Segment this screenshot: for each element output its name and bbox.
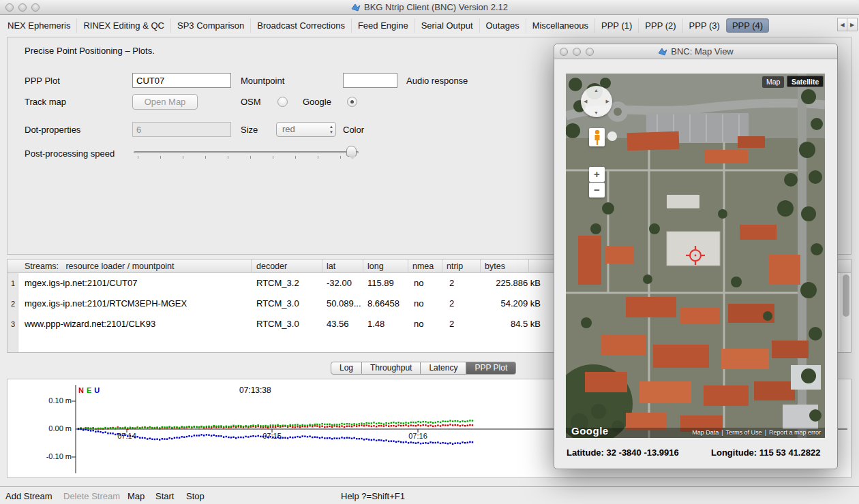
add-stream-button[interactable]: Add Stream	[5, 491, 52, 501]
col-bytes: bytes	[485, 262, 505, 271]
tab-rinex-editing-qc[interactable]: RINEX Editing & QC	[76, 18, 170, 33]
slider-track[interactable]	[134, 151, 359, 153]
map-button[interactable]: Map	[127, 491, 145, 501]
tab-serial-output[interactable]: Serial Output	[415, 18, 479, 33]
x-tick-0716: 07:16	[403, 432, 433, 440]
track-map-label: Track map	[25, 97, 66, 107]
mountpoint-input[interactable]	[343, 73, 397, 88]
slider-handle[interactable]	[346, 146, 357, 157]
cell-lat: 50.089...	[327, 294, 361, 314]
latitude-readout: Latitude: 32 -3840 -13.9916	[567, 447, 679, 458]
zoom-in-button[interactable]: +	[589, 167, 605, 182]
main-titlebar: BKG Ntrip Client (BNC) Version 2.12	[0, 0, 859, 15]
report-map-error-link[interactable]: Report a map error	[769, 429, 821, 436]
x-tick-0714: 07:14	[112, 432, 142, 440]
terms-of-use-link[interactable]: Terms of Use	[726, 429, 762, 436]
ppp-plot-label: PPP Plot	[25, 76, 60, 86]
speed-label: Post-processing speed	[25, 148, 115, 159]
cell-bytes: 84.5 kB	[478, 314, 541, 334]
osm-radio[interactable]	[277, 97, 288, 107]
pegman-icon	[590, 128, 605, 146]
attr-separator: |	[765, 429, 766, 436]
tab-ppp-2[interactable]: PPP (2)	[638, 18, 682, 33]
combo-up-icon: ▲	[329, 124, 333, 129]
tab-scroll-left-icon[interactable]: ◀	[837, 18, 847, 31]
tab-rinex-ephemeris[interactable]: NEX Ephemeris	[1, 18, 76, 33]
tab-broadcast-corrections[interactable]: Broadcast Corrections	[250, 18, 351, 33]
map-type-satellite-button[interactable]: Satellite	[787, 76, 824, 87]
combo-down-icon: ▼	[329, 129, 333, 135]
cell-nmea: no	[414, 273, 423, 294]
longitude-readout: Longitude: 115 53 41.2822	[711, 447, 820, 458]
tab-scroll-right-icon[interactable]: ▶	[847, 18, 858, 31]
tab-log[interactable]: Log	[331, 362, 362, 375]
cell-long: 1.48	[367, 314, 385, 334]
pegman-control[interactable]	[589, 128, 605, 146]
cell-bytes: 54.209 kB	[478, 294, 541, 314]
map-attribution-links: Map Data|Terms of Use|Report a map error	[691, 429, 822, 436]
y-tick-000: 0.00 m	[42, 424, 72, 432]
cell-ntrip: 2	[449, 294, 454, 314]
pan-down-icon[interactable]: ▼	[594, 110, 599, 115]
cell-mountpoint: mgex.igs-ip.net:2101/RTCM3EPH-MGEX	[25, 294, 187, 314]
zoom-button[interactable]	[31, 3, 40, 12]
google-label: Google	[303, 97, 331, 107]
tab-latency[interactable]: Latency	[421, 362, 466, 375]
cell-bytes: 225.886 kB	[478, 273, 541, 294]
tab-throughput[interactable]: Throughput	[362, 362, 421, 375]
plot-legend: NEU	[78, 386, 102, 394]
panel-heading: Precise Point Positioning – Plots.	[25, 46, 155, 56]
window-title: BKG Ntrip Client (BNC) Version 2.12	[364, 2, 508, 12]
cell-lat: 43.56	[327, 314, 349, 334]
pan-up-icon[interactable]: ▲	[594, 88, 599, 93]
zoom-out-button[interactable]: −	[589, 183, 605, 198]
tab-ppp-3[interactable]: PPP (3)	[682, 18, 726, 33]
color-select[interactable]: red ▲ ▼	[276, 122, 336, 137]
stop-button[interactable]: Stop	[186, 491, 205, 501]
pan-control[interactable]: ▲ ▼ ◀ ▶	[581, 86, 612, 117]
start-button[interactable]: Start	[155, 491, 174, 501]
cell-mountpoint: mgex.igs-ip.net:2101/CUT07	[25, 273, 137, 294]
tab-feed-engine[interactable]: Feed Engine	[351, 18, 415, 33]
row-number: 1	[7, 273, 18, 294]
row-number: 3	[7, 314, 18, 334]
post-processing-speed-slider[interactable]	[134, 145, 365, 163]
open-map-button[interactable]: Open Map	[132, 94, 198, 110]
map-canvas[interactable]: Map Satellite ▲ ▼ ◀ ▶ + −	[566, 74, 825, 438]
delete-stream-button[interactable]: Delete Stream	[63, 491, 120, 501]
map-close-button[interactable]	[560, 48, 568, 56]
pan-right-icon[interactable]: ▶	[606, 99, 609, 104]
tab-ppp-1[interactable]: PPP (1)	[594, 18, 638, 33]
osm-label: OSM	[241, 97, 261, 107]
legend-n: N	[78, 386, 84, 394]
tab-miscellaneous[interactable]: Miscellaneous	[526, 18, 594, 33]
google-logo[interactable]: Google	[571, 425, 609, 437]
slider-ticks	[138, 156, 357, 159]
google-radio[interactable]	[347, 97, 357, 107]
cell-lat: -32.00	[327, 273, 352, 294]
size-label: Size	[241, 125, 258, 135]
tab-sp3-comparison[interactable]: SP3 Comparison	[170, 18, 250, 33]
tab-ppp-4[interactable]: PPP (4)	[726, 18, 769, 33]
bnc-app-icon	[351, 3, 361, 12]
map-minimize-button[interactable]	[573, 48, 581, 56]
bnc-app-icon	[658, 48, 667, 56]
close-button[interactable]	[5, 3, 14, 12]
table-scrollbar[interactable]	[841, 273, 851, 352]
pan-left-icon[interactable]: ◀	[584, 99, 587, 104]
map-type-map-button[interactable]: Map	[762, 76, 784, 88]
dot-properties-input[interactable]	[132, 122, 231, 137]
color-select-value: red	[282, 124, 295, 134]
tab-outages[interactable]: Outages	[479, 18, 526, 33]
tab-ppp-plot[interactable]: PPP Plot	[466, 362, 516, 375]
minimize-button[interactable]	[18, 3, 27, 12]
bnc-main-window: BKG Ntrip Client (BNC) Version 2.12 NEX …	[0, 0, 859, 504]
map-data-link[interactable]: Map Data	[692, 429, 719, 436]
color-label: Color	[343, 125, 364, 135]
dot-properties-label: Dot-properties	[25, 125, 80, 135]
map-zoom-button[interactable]	[586, 48, 594, 56]
cell-decoder: RTCM_3.2	[256, 273, 299, 294]
position-crosshair-icon	[683, 243, 708, 268]
ppp-plot-input[interactable]	[132, 73, 231, 88]
mountpoint-label: Mountpoint	[241, 76, 284, 86]
